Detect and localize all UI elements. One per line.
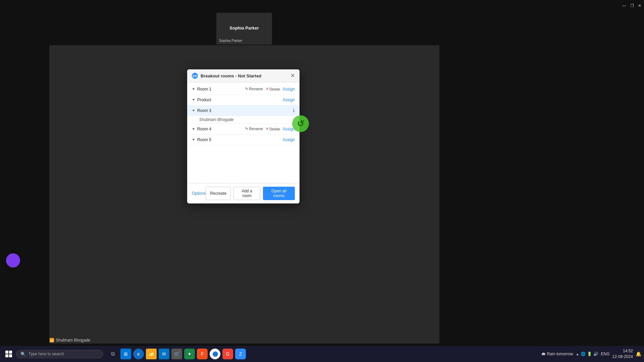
room-3-participant-name: Shubham Bhogade bbox=[199, 117, 234, 122]
edge-icon[interactable]: e bbox=[133, 349, 144, 359]
start-button[interactable] bbox=[3, 348, 15, 360]
taskbar-right: 🌧 Rain tomorrow ▲ 🌐 🔋 🔊 ENG 14:52 12-08-… bbox=[541, 348, 641, 360]
room-1-delete[interactable]: ✕ Delete bbox=[266, 87, 280, 91]
room-3-name: Room 3 bbox=[197, 108, 292, 113]
room-5-name: Room 5 bbox=[197, 137, 283, 142]
chevron-up-icon[interactable]: ▲ bbox=[576, 352, 579, 356]
modal-close-button[interactable]: ✕ bbox=[290, 73, 295, 78]
weather-widget[interactable]: 🌧 Rain tomorrow bbox=[541, 351, 573, 357]
search-icon: 🔍 bbox=[20, 352, 26, 357]
battery-icon: 🔋 bbox=[587, 352, 592, 356]
room-1-chevron[interactable]: ▼ bbox=[192, 87, 195, 91]
google-icon[interactable]: G bbox=[222, 349, 233, 359]
add-room-button[interactable]: Add a room bbox=[233, 187, 260, 200]
network-icon: 🌐 bbox=[581, 352, 586, 356]
zoom-icon: zm bbox=[192, 73, 198, 79]
recreate-button[interactable]: Recreate bbox=[206, 187, 231, 200]
room-5-assign[interactable]: Assign bbox=[283, 137, 295, 142]
modal-body: ▼ Room 1 ✎ Rename ✕ Delete Assign ▼ Prod… bbox=[187, 82, 300, 183]
room-3-chevron[interactable]: ▼ bbox=[192, 109, 195, 112]
date-display: 12-08-2024 bbox=[612, 354, 633, 360]
system-tray: ▲ 🌐 🔋 🔊 bbox=[576, 352, 598, 356]
room-3-participant: Shubham Bhogade bbox=[187, 116, 300, 124]
chrome-icon[interactable]: 🔵 bbox=[210, 349, 220, 359]
room-3-count: 1 bbox=[292, 108, 295, 113]
weather-text: Rain tomorrow bbox=[547, 352, 573, 356]
volume-icon: 🔊 bbox=[593, 352, 598, 356]
close-button[interactable]: ✕ bbox=[638, 3, 641, 8]
modal-title: Breakout rooms - Not Started bbox=[201, 73, 261, 78]
taskbar-search-bar[interactable]: 🔍 Type here to search bbox=[16, 350, 103, 358]
room-4-rename[interactable]: ✎ Rename bbox=[245, 127, 263, 131]
room-row-1: ▼ Room 1 ✎ Rename ✕ Delete Assign bbox=[187, 84, 300, 95]
window-controls: — ❐ ✕ bbox=[622, 3, 641, 8]
room-row-3: ▼ Room 3 1 bbox=[187, 105, 300, 116]
video-card-name: Sophia Parker bbox=[229, 25, 259, 31]
room-4-actions: ✎ Rename ✕ Delete Assign bbox=[245, 127, 295, 131]
zoom-icon-text: zm bbox=[193, 74, 197, 78]
video-card-label: Sophia Parker bbox=[219, 39, 243, 43]
store-icon[interactable]: 🛒 bbox=[171, 349, 182, 359]
task-view-button[interactable]: ⧉ bbox=[107, 348, 119, 360]
shubham-name: Shubham Bhogade bbox=[56, 338, 90, 343]
taskbar: 🔍 Type here to search ⧉ ⊞ e 📁 ✉ 🛒 ✦ F 🔵 … bbox=[0, 346, 644, 362]
purple-avatar-circle[interactable] bbox=[6, 253, 20, 267]
room-1-assign[interactable]: Assign bbox=[283, 87, 295, 92]
modal-header-left: zm Breakout rooms - Not Started bbox=[192, 73, 261, 79]
restore-button[interactable]: ❐ bbox=[630, 3, 634, 8]
room-row-4: ▼ Room 4 ✎ Rename ✕ Delete Assign bbox=[187, 124, 300, 134]
room-4-name: Room 4 bbox=[197, 127, 245, 131]
mail-icon[interactable]: ✉ bbox=[159, 349, 169, 359]
green-cursor-overlay bbox=[292, 115, 309, 132]
room-1-delete-icon: ✕ bbox=[266, 87, 269, 91]
options-button[interactable]: Options bbox=[192, 191, 206, 196]
video-card: Sophia Parker Sophia Parker bbox=[216, 13, 272, 45]
modal-footer: Options Recreate Add a room Open all roo… bbox=[187, 183, 300, 203]
signal-icon: 📶 bbox=[49, 338, 54, 343]
breakout-rooms-modal: zm Breakout rooms - Not Started ✕ ▼ Room… bbox=[187, 69, 300, 203]
footer-buttons: Recreate Add a room Open all rooms bbox=[206, 187, 295, 200]
room-row-product: ▼ Product Assign bbox=[187, 95, 300, 105]
search-placeholder-text: Type here to search bbox=[29, 352, 64, 356]
notification-button[interactable]: 🔔 bbox=[636, 351, 641, 357]
language-indicator: ENG bbox=[601, 352, 610, 356]
weather-icon: 🌧 bbox=[541, 351, 546, 357]
room-row-5: ▼ Room 5 Assign bbox=[187, 134, 300, 145]
room-4-chevron[interactable]: ▼ bbox=[192, 127, 195, 131]
windows-icon bbox=[5, 351, 12, 357]
windows-start-app-icon[interactable]: ⊞ bbox=[120, 349, 131, 359]
shubham-label: 📶 Shubham Bhogade bbox=[49, 338, 90, 343]
time-display: 14:52 bbox=[612, 348, 633, 354]
room-1-actions: ✎ Rename ✕ Delete Assign bbox=[245, 87, 295, 92]
figma-icon[interactable]: F bbox=[197, 349, 208, 359]
modal-header: zm Breakout rooms - Not Started ✕ bbox=[187, 69, 300, 82]
file-explorer-icon[interactable]: 📁 bbox=[146, 349, 157, 359]
zoom-taskbar-icon[interactable]: Z bbox=[235, 349, 246, 359]
room-product-assign[interactable]: Assign bbox=[283, 98, 295, 102]
room-4-delete-icon: ✕ bbox=[266, 127, 269, 131]
room-1-name: Room 1 bbox=[197, 87, 245, 92]
room-4-delete[interactable]: ✕ Delete bbox=[266, 127, 280, 131]
open-all-rooms-button[interactable]: Open all rooms bbox=[263, 187, 295, 200]
room-1-rename[interactable]: ✎ Rename bbox=[245, 87, 263, 91]
room-product-name: Product bbox=[197, 98, 283, 102]
green-app-icon[interactable]: ✦ bbox=[184, 349, 195, 359]
room-product-chevron[interactable]: ▼ bbox=[192, 98, 195, 102]
room-5-chevron[interactable]: ▼ bbox=[192, 138, 195, 141]
minimize-button[interactable]: — bbox=[622, 3, 626, 8]
clock[interactable]: 14:52 12-08-2024 bbox=[612, 348, 633, 360]
